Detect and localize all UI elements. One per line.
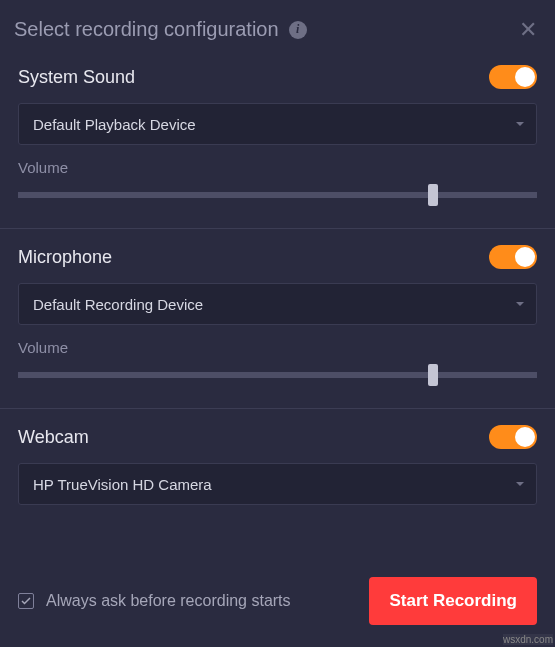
dialog-header: Select recording configuration i ✕ (0, 0, 555, 57)
system-sound-toggle[interactable] (489, 65, 537, 89)
start-recording-button[interactable]: Start Recording (369, 577, 537, 625)
microphone-device-select[interactable]: Default Recording Device (18, 283, 537, 325)
info-icon[interactable]: i (289, 21, 307, 39)
webcam-title: Webcam (18, 427, 89, 448)
webcam-device-value: HP TrueVision HD Camera (33, 476, 212, 493)
divider (0, 408, 555, 409)
webcam-toggle[interactable] (489, 425, 537, 449)
chevron-down-icon (516, 302, 524, 306)
watermark: wsxdn.com (503, 634, 553, 645)
webcam-section: Webcam HP TrueVision HD Camera (0, 417, 555, 523)
microphone-device-value: Default Recording Device (33, 296, 203, 313)
system-sound-section: System Sound Default Playback Device Vol… (0, 57, 555, 224)
slider-track (18, 192, 537, 198)
slider-thumb[interactable] (428, 364, 438, 386)
chevron-down-icon (516, 482, 524, 486)
always-ask-checkbox[interactable] (18, 593, 34, 609)
system-sound-title: System Sound (18, 67, 135, 88)
slider-track (18, 372, 537, 378)
close-icon[interactable]: ✕ (519, 19, 537, 41)
check-icon (20, 595, 32, 607)
always-ask-label: Always ask before recording starts (46, 592, 291, 610)
chevron-down-icon (516, 122, 524, 126)
slider-thumb[interactable] (428, 184, 438, 206)
microphone-section: Microphone Default Recording Device Volu… (0, 237, 555, 404)
system-sound-volume-label: Volume (18, 159, 537, 176)
system-sound-device-value: Default Playback Device (33, 116, 196, 133)
system-sound-device-select[interactable]: Default Playback Device (18, 103, 537, 145)
microphone-volume-label: Volume (18, 339, 537, 356)
microphone-toggle[interactable] (489, 245, 537, 269)
webcam-device-select[interactable]: HP TrueVision HD Camera (18, 463, 537, 505)
dialog-footer: Always ask before recording starts Start… (0, 563, 555, 647)
microphone-volume-slider[interactable] (18, 370, 537, 380)
divider (0, 228, 555, 229)
dialog-title: Select recording configuration (14, 18, 279, 41)
microphone-title: Microphone (18, 247, 112, 268)
system-sound-volume-slider[interactable] (18, 190, 537, 200)
